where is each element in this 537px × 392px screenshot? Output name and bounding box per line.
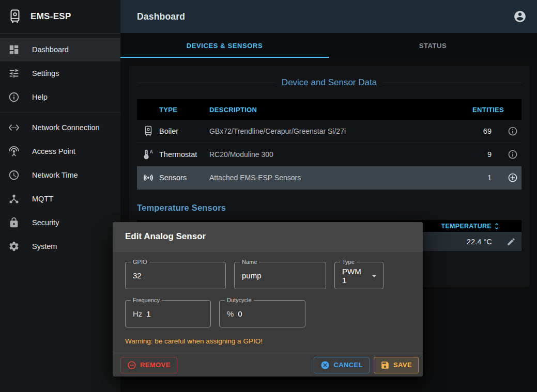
dutycycle-input[interactable] [238, 309, 298, 318]
device-type: Sensors [159, 174, 209, 182]
device-table-header: TYPE DESCRIPTION ENTITIES [137, 99, 521, 120]
sidebar-item-label: Network Time [32, 171, 78, 179]
dialog-title: Edit Analog Sensor [113, 222, 423, 252]
dialog-footer: REMOVE CANCEL SAVE [113, 353, 423, 377]
gpio-input[interactable] [133, 271, 218, 280]
divider-line [137, 83, 275, 83]
tune-icon [8, 68, 20, 79]
device-description: RC20/Moduline 300 [209, 150, 457, 159]
table-row-thermostat[interactable]: Thermostat RC20/Moduline 300 9 [137, 143, 521, 166]
sidebar-divider [0, 112, 120, 113]
col-type: TYPE [159, 106, 209, 114]
divider-line [383, 83, 521, 83]
name-label: Name [240, 259, 259, 265]
sort-icon [493, 222, 501, 230]
sidebar-item-label: System [32, 242, 57, 250]
dutycycle-field: Dutycycle % [219, 300, 305, 327]
edit-analog-sensor-dialog: Edit Analog Sensor GPIO Name Type PWM 1 [113, 222, 423, 377]
brand-name: EMS-ESP [30, 11, 71, 22]
device-entities: 9 [457, 150, 504, 159]
add-circle-icon[interactable] [504, 173, 521, 183]
sensors-icon [137, 171, 159, 184]
sidebar-item-security[interactable]: Security [0, 211, 120, 234]
name-input[interactable] [242, 271, 318, 280]
device-type: Thermostat [159, 150, 209, 159]
sidebar-nav: Dashboard Settings Help Network Connecti… [0, 34, 120, 258]
remove-button[interactable]: REMOVE [120, 357, 177, 373]
sidebar-item-help[interactable]: Help [0, 85, 120, 109]
col-temperature: TEMPERATURE [441, 223, 492, 230]
cancel-button[interactable]: CANCEL [314, 357, 370, 373]
sidebar-item-label: Help [32, 93, 48, 101]
type-value: PWM 1 [342, 267, 364, 285]
gear-icon [8, 241, 20, 252]
frequency-field: Frequency Hz [125, 300, 211, 327]
section-title: Device and Sensor Data [282, 77, 377, 88]
appbar: Dashboard [120, 0, 537, 33]
table-row-sensors[interactable]: Sensors Attached EMS-ESP Sensors 1 [137, 166, 521, 190]
frequency-input[interactable] [146, 309, 203, 318]
sidebar-item-access-point[interactable]: Access Point [0, 139, 120, 163]
dashboard-icon [8, 44, 20, 55]
name-field: Name [234, 262, 326, 289]
account-circle-icon[interactable] [513, 10, 527, 23]
sidebar-item-dashboard[interactable]: Dashboard [0, 38, 120, 61]
section-title-divider: Device and Sensor Data [137, 77, 521, 88]
sidebar-item-settings[interactable]: Settings [0, 61, 120, 85]
device-description: GBx72/Trendline/Cerapur/Greenstar Si/27i [209, 127, 457, 135]
frequency-unit: Hz [133, 309, 142, 318]
sidebar-item-network-time[interactable]: Network Time [0, 163, 120, 187]
sidebar: EMS-ESP Dashboard Settings Help Network … [0, 0, 120, 392]
cancel-circle-icon [320, 360, 330, 370]
tab-status[interactable]: STATUS [329, 33, 537, 58]
tab-devices-sensors[interactable]: DEVICES & SENSORS [120, 33, 329, 58]
edit-pencil-icon[interactable] [501, 237, 521, 246]
sidebar-item-network-connection[interactable]: Network Connection [0, 116, 120, 139]
gpio-label: GPIO [131, 259, 149, 265]
ethernet-icon [8, 122, 20, 133]
emsesp-logo-icon [7, 9, 23, 24]
tabbar: DEVICES & SENSORS STATUS [120, 33, 537, 58]
frequency-label: Frequency [131, 297, 162, 304]
sidebar-item-label: Network Connection [32, 123, 100, 132]
remove-circle-icon [127, 360, 136, 370]
clock-icon [8, 169, 20, 181]
col-entities: ENTITIES [457, 106, 504, 114]
antenna-icon [8, 146, 20, 157]
app-root: EMS-ESP Dashboard Settings Help Network … [0, 0, 537, 392]
dutycycle-label: Dutycycle [225, 297, 254, 304]
device-description: Attached EMS-ESP Sensors [209, 174, 457, 182]
table-row-boiler[interactable]: Boiler GBx72/Trendline/Cerapur/Greenstar… [137, 120, 521, 143]
col-temperature-sort[interactable]: TEMPERATURE [423, 222, 501, 230]
gpio-warning-text: Warning: be careful when assigning a GPI… [125, 337, 410, 345]
sidebar-item-label: Settings [32, 69, 59, 77]
lock-icon [8, 217, 20, 228]
brand: EMS-ESP [0, 0, 120, 34]
sidebar-item-mqtt[interactable]: MQTT [0, 187, 120, 211]
device-entities: 69 [457, 127, 504, 135]
type-select[interactable]: Type PWM 1 [334, 262, 383, 289]
save-floppy-icon [380, 360, 390, 370]
save-button[interactable]: SAVE [374, 357, 419, 373]
temperature-sensors-heading: Temperature Sensors [137, 203, 521, 213]
sidebar-item-label: MQTT [32, 195, 53, 203]
thermostat-icon [137, 148, 159, 161]
device-entities: 1 [457, 174, 504, 182]
sidebar-item-label: Access Point [32, 147, 75, 155]
boiler-icon [137, 125, 159, 137]
info-icon [8, 91, 20, 103]
type-label: Type [340, 259, 357, 265]
gpio-field: GPIO [125, 262, 226, 289]
dutycycle-unit: % [227, 309, 234, 318]
temperature-value: 22.4 °C [423, 238, 501, 246]
device-hub-icon [8, 193, 20, 205]
sidebar-item-label: Security [32, 218, 59, 227]
chevron-down-icon [369, 270, 380, 281]
info-circle-icon[interactable] [504, 126, 521, 136]
device-type: Boiler [159, 127, 209, 135]
sidebar-item-label: Dashboard [32, 45, 69, 54]
sidebar-item-system[interactable]: System [0, 234, 120, 258]
info-circle-icon[interactable] [504, 149, 521, 160]
page-title: Dashboard [137, 11, 185, 22]
col-description: DESCRIPTION [209, 106, 457, 114]
